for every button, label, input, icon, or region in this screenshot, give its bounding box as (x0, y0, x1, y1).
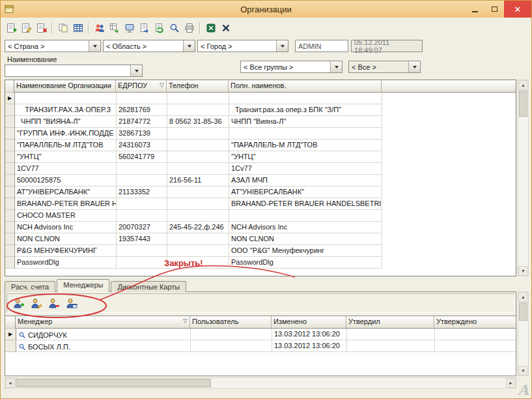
document-send-button[interactable] (137, 21, 152, 36)
cell-fullname (229, 128, 382, 140)
column-header-fullname[interactable]: Полн. наименов. (229, 80, 382, 93)
table-row[interactable]: ЧНПП "ВИЯНА-Л" 21874772 8 0562 31-85-36 … (5, 116, 516, 128)
delete-record-button[interactable] (34, 21, 49, 36)
edit-record-icon (21, 23, 32, 33)
add-manager-button[interactable] (10, 295, 27, 312)
column-header-edrpou[interactable]: ЕДРПОУ▽ (116, 80, 167, 93)
search-button[interactable] (167, 21, 182, 36)
detail-vscrollbar[interactable]: ▲ ▼ (518, 291, 529, 376)
transfer-button[interactable] (107, 21, 122, 36)
tab-accounts[interactable]: Расч. счета (5, 281, 55, 292)
table-row[interactable]: PasswordDlg PasswordDlg (5, 257, 516, 269)
column-header-approver[interactable]: Утвердил (346, 316, 434, 329)
monitor-button[interactable] (122, 21, 137, 36)
monitor-icon (124, 23, 135, 33)
edit-manager-icon (31, 297, 42, 309)
table-row[interactable]: ▶ (5, 93, 516, 104)
scroll-thumb[interactable] (519, 303, 527, 321)
tab-managers[interactable]: Менеджеры (57, 279, 109, 292)
chevron-down-icon[interactable] (130, 65, 142, 76)
table-row[interactable]: ▶ СИДОРЧУК 13.03.2012 13:06:20 (5, 329, 516, 340)
cell-approver (347, 329, 435, 340)
scroll-down-icon[interactable]: ▼ (518, 366, 528, 376)
column-header-changed[interactable]: Изменено (272, 316, 346, 329)
edit-manager-button[interactable] (27, 295, 45, 312)
cell-name: NON CLNON (15, 233, 117, 245)
table-row[interactable]: 50000125875 216-56-11 АЗАЛ МЧП (5, 175, 516, 186)
add-record-button[interactable] (4, 21, 19, 36)
table-row[interactable]: "ПАРАЛЛЕЛЬ-М ЛТД"ТОВ 24316073 "ПАРАЛЛЕЛЬ… (5, 140, 516, 151)
cell-name: 50000125875 (15, 175, 117, 186)
groups-combo[interactable]: < Все группы > (240, 61, 343, 73)
name-filter-label: Наименование (7, 55, 57, 63)
scroll-down-icon[interactable]: ▼ (518, 266, 528, 276)
user-field[interactable] (295, 40, 348, 52)
scroll-thumb[interactable] (16, 379, 211, 387)
add-manager-icon (13, 297, 25, 309)
table-row[interactable]: БОСЫХ Л.П. 13.03.2012 13:06:20 (5, 340, 516, 352)
cell-fullname: ООО "P&G" Менуфекчуринг (229, 245, 382, 257)
chevron-down-icon[interactable] (408, 61, 420, 72)
cell-fullname: PasswordDlg (229, 257, 382, 269)
scroll-left-icon[interactable]: ◄ (5, 378, 15, 388)
scroll-thumb[interactable] (519, 91, 527, 117)
scroll-up-icon[interactable]: ▲ (518, 292, 528, 302)
table-row[interactable]: NCH Advisors Inc 20070327 245-45-22,ф.24… (5, 222, 516, 233)
table-row[interactable]: NON CLNON 19357443 NON CLNON (5, 233, 516, 245)
cell-fullname: 1Cv77 (229, 163, 382, 175)
main-toolbar (4, 20, 233, 37)
edit-record-button[interactable] (19, 21, 34, 36)
chevron-down-icon[interactable] (330, 61, 342, 72)
cell-edrpou (117, 257, 167, 269)
column-header-manager[interactable]: Менеджер▽ (16, 316, 190, 329)
column-header-approved[interactable]: Утверждено (434, 316, 516, 329)
maximize-icon (492, 7, 497, 12)
table-row[interactable]: CHOCO MASTER (5, 210, 516, 222)
chevron-down-icon[interactable] (276, 40, 288, 52)
table-row[interactable]: "УНТЦ" 560241779 "УНТЦ" (5, 151, 516, 163)
main-grid-vscrollbar[interactable]: ▲ ▼ (518, 80, 529, 276)
window-title: Организации (1, 5, 531, 14)
city-combo[interactable]: < Город > (197, 40, 288, 52)
scroll-right-icon[interactable]: ► (506, 378, 516, 388)
manager-card-icon (66, 297, 77, 309)
column-header-name[interactable]: Наименование Организации (14, 80, 116, 93)
close-form-button[interactable] (218, 21, 233, 36)
remove-manager-button[interactable] (45, 295, 63, 312)
table-row[interactable]: "ГРУППА ИНФ.-ИНЖ.ПОДДЕ 32867139 (5, 128, 516, 140)
chevron-down-icon[interactable] (89, 40, 100, 52)
minimize-button[interactable] (465, 1, 484, 18)
table-view-button[interactable] (70, 21, 85, 36)
refresh-doc-button[interactable] (152, 21, 167, 36)
scope-combo[interactable]: < Все > (348, 61, 421, 73)
table-row[interactable]: ТРАНЗИТ.РАХ.ЗА ОПЕР.З 26281769 Транзит.р… (5, 104, 516, 116)
column-header-user[interactable]: Пользователь (190, 316, 272, 329)
users-button[interactable] (92, 21, 107, 36)
cell-edrpou: 26281769 (117, 104, 167, 116)
country-combo[interactable]: < Страна > (5, 40, 101, 52)
cell-fullname: "ПАРАЛЛЕЛЬ-М ЛТД"ТОВ (229, 140, 382, 151)
maximize-button[interactable] (484, 1, 504, 18)
close-button[interactable]: ✕ (504, 1, 531, 18)
table-row[interactable]: 1CV77 1Cv77 (5, 163, 516, 175)
cell-name: ТРАНЗИТ.РАХ.ЗА ОПЕР.З (15, 104, 117, 116)
column-header-phone[interactable]: Телефон (167, 80, 229, 93)
table-row[interactable]: BRAHAND-PETER BRAUER HA BRAHAND-PETER BR… (5, 198, 516, 210)
name-filter-combo[interactable] (5, 65, 143, 77)
title-bar[interactable]: Организации ✕ (1, 1, 531, 18)
table-row[interactable]: P&G МЕНУФЕКЧУРИНГ ООО "P&G" Менуфекчурин… (5, 245, 516, 257)
cell-changed: 13.03.2012 13:06:20 (272, 340, 347, 352)
toolbar-separator (88, 22, 89, 34)
region-combo[interactable]: < Область > (103, 40, 195, 52)
horizontal-scrollbar[interactable]: ◄ ► (5, 377, 516, 389)
scroll-up-icon[interactable]: ▲ (518, 80, 528, 90)
tab-discount-cards[interactable]: Дисконтные Карты (111, 281, 186, 292)
table-row[interactable]: АТ"УНІВЕРСАЛБАНК" 21133352 АТ"УНІВЕРСАЛБ… (5, 186, 516, 198)
manager-card-button[interactable] (63, 295, 80, 312)
cell-edrpou: 21133352 (117, 186, 167, 198)
excel-export-button[interactable] (203, 21, 218, 36)
print-button[interactable] (182, 21, 197, 36)
copy-button[interactable] (55, 21, 70, 36)
chevron-down-icon[interactable] (183, 40, 195, 52)
cell-manager: СИДОРЧУК (16, 329, 191, 340)
